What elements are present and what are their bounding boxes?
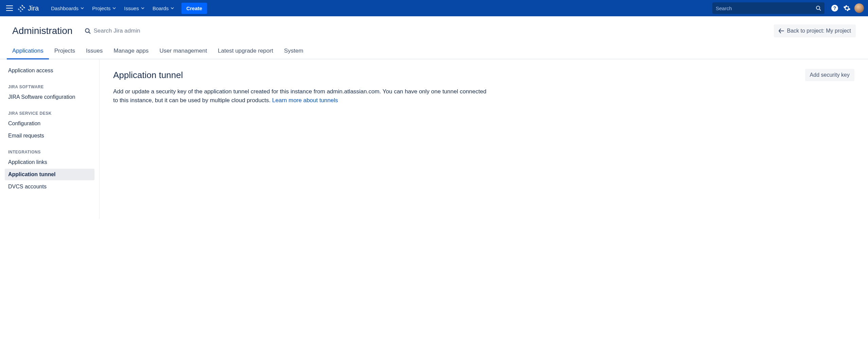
svg-rect-0 [6,5,13,6]
content-header: Application tunnel Add security key [113,69,854,81]
tab-manage-apps[interactable]: Manage apps [108,44,154,59]
nav-label: Dashboards [51,5,79,11]
admin-search[interactable]: Search Jira admin [85,27,140,34]
admin-search-placeholder: Search Jira admin [93,27,140,34]
nav-boards[interactable]: Boards [149,0,178,16]
chevron-down-icon [112,7,116,9]
sidebar-item-configuration[interactable]: Configuration [5,118,94,129]
back-to-project-button[interactable]: Back to project: My project [774,24,856,37]
tab-user-management[interactable]: User management [154,44,212,59]
nav-label: Issues [124,5,139,11]
sidebar-item-dvcs-accounts[interactable]: DVCS accounts [5,181,94,192]
help-button[interactable]: ? [829,2,841,14]
svg-point-3 [816,6,820,10]
back-button-label: Back to project: My project [787,28,851,34]
search-icon [816,5,821,11]
tab-applications[interactable]: Applications [7,44,49,59]
profile-avatar[interactable] [854,3,864,13]
admin-body: Application access JIRA SOFTWARE JIRA So… [0,59,868,219]
admin-header: Administration Search Jira admin Back to… [0,16,868,44]
tab-issues[interactable]: Issues [81,44,108,59]
content-description: Add or update a security key of the appl… [113,87,487,105]
nav-label: Boards [153,5,169,11]
sidebar-item-application-links[interactable]: Application links [5,156,94,168]
sidebar-item-jira-software-configuration[interactable]: JIRA Software configuration [5,91,94,103]
nav-issues[interactable]: Issues [120,0,148,16]
settings-button[interactable] [841,2,853,14]
sidebar-item-application-access[interactable]: Application access [5,65,94,76]
sidebar-item-application-tunnel[interactable]: Application tunnel [5,169,94,180]
top-nav: Jira Dashboards Projects Issues Boards C… [0,0,868,16]
sidebar: Application access JIRA SOFTWARE JIRA So… [0,59,100,219]
create-button[interactable]: Create [181,3,207,14]
nav-dashboards[interactable]: Dashboards [47,0,88,16]
page-title: Administration [12,25,72,36]
global-search-input[interactable] [716,5,816,11]
svg-rect-2 [6,10,13,11]
svg-text:?: ? [833,5,836,11]
add-security-key-button[interactable]: Add security key [805,69,854,81]
tab-latest-upgrade-report[interactable]: Latest upgrade report [212,44,279,59]
content-area: Application tunnel Add security key Add … [100,59,868,219]
app-switcher-button[interactable] [4,3,15,14]
admin-tabs: Applications Projects Issues Manage apps… [0,44,868,59]
menu-icon [6,5,13,11]
chevron-down-icon [81,7,84,9]
help-icon: ? [831,4,838,12]
svg-line-4 [819,9,821,11]
svg-point-7 [86,29,89,32]
tab-system[interactable]: System [279,44,309,59]
jira-logo-icon [18,4,26,12]
sidebar-heading-integrations: INTEGRATIONS [5,142,94,156]
primary-nav: Dashboards Projects Issues Boards Create [47,0,207,16]
sidebar-heading-jira-service-desk: JIRA SERVICE DESK [5,104,94,118]
jira-logo-text: Jira [28,4,39,12]
search-icon [85,28,91,34]
gear-icon [843,4,851,12]
jira-logo[interactable]: Jira [18,4,39,12]
arrow-left-icon [779,29,784,33]
chevron-down-icon [141,7,144,9]
global-search[interactable] [712,2,824,14]
tab-projects[interactable]: Projects [49,44,81,59]
nav-projects[interactable]: Projects [88,0,120,16]
nav-label: Projects [92,5,110,11]
svg-line-8 [89,32,91,34]
learn-more-link[interactable]: Learn more about tunnels [272,97,338,104]
svg-rect-1 [6,8,13,8]
content-title: Application tunnel [113,70,183,80]
sidebar-heading-jira-software: JIRA SOFTWARE [5,77,94,91]
chevron-down-icon [171,7,174,9]
sidebar-item-email-requests[interactable]: Email requests [5,130,94,142]
